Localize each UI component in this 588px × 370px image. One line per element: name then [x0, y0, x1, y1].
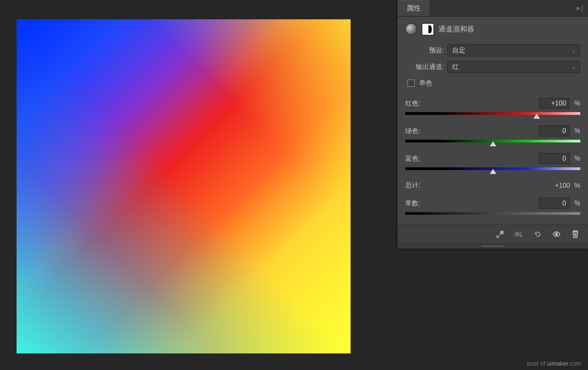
view-previous-button[interactable] — [514, 229, 524, 239]
properties-panel: 属性 » 通道混和器 预设: 自定 ⌵ 输出通道: 红 ⌵ — [398, 0, 588, 249]
constant-track-bar — [405, 212, 580, 215]
green-slider-label: 绿色: — [405, 126, 438, 136]
canvas-gradient — [17, 19, 351, 353]
layer-mask-icon[interactable] — [422, 23, 434, 35]
blue-value-input[interactable] — [539, 153, 570, 164]
percent-label: % — [574, 99, 580, 107]
percent-label: % — [574, 199, 580, 207]
constant-value-input[interactable] — [539, 198, 570, 209]
constant-slider-track[interactable] — [405, 212, 580, 218]
red-value-input[interactable] — [539, 98, 570, 109]
total-row: 总计: +100 % — [405, 181, 580, 190]
percent-label: % — [574, 155, 580, 162]
panel-menu-icon — [582, 5, 582, 12]
watermark-brand: uimaker — [547, 360, 569, 367]
output-channel-row: 输出通道: 红 ⌵ — [405, 61, 580, 73]
constant-label: 常数: — [405, 199, 438, 208]
visibility-button[interactable] — [552, 229, 561, 239]
green-slider-block: 绿色: % — [405, 125, 580, 145]
green-value-input[interactable] — [539, 125, 570, 136]
red-slider-track[interactable] — [405, 112, 580, 118]
total-label: 总计: — [405, 181, 438, 190]
svg-point-4 — [555, 233, 558, 235]
panel-collapse-button[interactable]: » — [570, 0, 588, 16]
preset-dropdown[interactable]: 自定 ⌵ — [447, 44, 580, 56]
clip-to-layer-button[interactable] — [495, 229, 505, 239]
adjustment-header: 通道混和器 — [405, 23, 580, 35]
channel-mixer-icon — [405, 23, 417, 35]
monochrome-row: 单色 — [407, 78, 580, 88]
percent-label: % — [574, 127, 580, 135]
panel-tabbar: 属性 » — [398, 0, 588, 17]
red-slider-block: 红色: % — [405, 98, 580, 118]
svg-point-2 — [517, 234, 518, 235]
blue-slider-block: 蓝色: % — [405, 153, 580, 173]
chevron-down-icon: ⌵ — [572, 47, 575, 54]
blue-slider-thumb[interactable] — [490, 169, 496, 174]
panel-footer — [398, 224, 588, 243]
constant-slider-block: 常数: % — [405, 198, 580, 218]
green-slider-thumb[interactable] — [490, 141, 496, 146]
blue-slider-track[interactable] — [405, 167, 580, 173]
delete-button[interactable] — [570, 229, 580, 239]
output-channel-label: 输出通道: — [405, 62, 444, 72]
reset-button[interactable] — [533, 229, 543, 239]
tab-properties[interactable]: 属性 — [398, 0, 430, 16]
red-track-bar — [405, 112, 580, 115]
panel-body: 通道混和器 预设: 自定 ⌵ 输出通道: 红 ⌵ 单色 红色: % — [398, 17, 588, 224]
preset-row: 预设: 自定 ⌵ — [405, 44, 580, 56]
monochrome-label: 单色 — [419, 78, 432, 88]
red-slider-label: 红色: — [405, 99, 438, 108]
blue-slider-label: 蓝色: — [405, 154, 438, 163]
canvas-gradient-layer — [17, 19, 351, 353]
watermark-prefix: post of — [527, 360, 547, 367]
percent-label: % — [574, 182, 580, 189]
red-slider-thumb[interactable] — [533, 114, 540, 119]
preset-value: 自定 — [452, 46, 465, 55]
output-channel-value: 红 — [452, 62, 459, 72]
watermark-suffix: .com — [568, 360, 581, 367]
total-value: +100 — [539, 182, 570, 189]
output-channel-dropdown[interactable]: 红 ⌵ — [447, 61, 580, 73]
chevron-down-icon: ⌵ — [572, 64, 575, 70]
monochrome-checkbox[interactable] — [407, 80, 415, 87]
preset-label: 预设: — [405, 46, 444, 55]
green-slider-track[interactable] — [405, 140, 580, 145]
svg-rect-0 — [500, 231, 504, 234]
panel-resize-grip[interactable] — [398, 243, 588, 249]
chevron-right-icon: » — [576, 4, 580, 12]
watermark: post of uimaker.com — [527, 360, 581, 367]
adjustment-title: 通道混和器 — [438, 24, 474, 34]
